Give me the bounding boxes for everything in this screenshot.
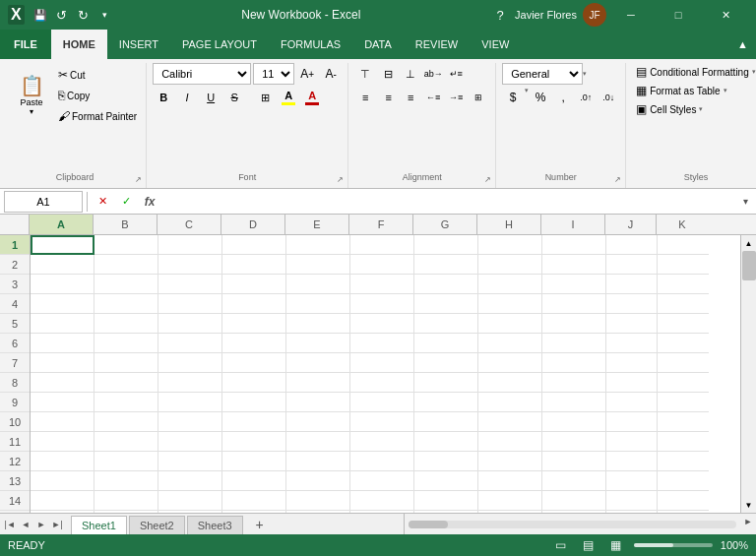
cell-B4[interactable] [94,294,158,314]
prev-sheet-button[interactable]: ◄ [18,517,33,532]
cell-F13[interactable] [350,471,414,491]
cell-B7[interactable] [94,353,158,373]
cell-D8[interactable] [222,373,286,393]
next-sheet-button[interactable]: ► [33,517,49,532]
cell-H13[interactable] [478,471,542,491]
cell-I15[interactable] [542,511,606,513]
format-painter-button[interactable]: 🖌 Format Painter [55,106,140,126]
cell-I6[interactable] [542,334,606,353]
cell-B6[interactable] [94,334,158,353]
cell-E9[interactable] [286,393,350,412]
cell-C2[interactable] [158,255,222,275]
cell-H4[interactable] [478,294,542,314]
cell-C1[interactable] [158,235,222,255]
cell-H2[interactable] [478,255,542,275]
row-num-3[interactable]: 3 [0,275,30,294]
cell-K3[interactable] [658,275,709,294]
cell-I7[interactable] [542,353,606,373]
cell-D12[interactable] [222,452,286,471]
cell-H6[interactable] [478,334,542,353]
cell-G5[interactable] [414,314,478,334]
tab-page-layout[interactable]: PAGE LAYOUT [170,30,269,59]
row-num-9[interactable]: 9 [0,393,30,412]
cell-B12[interactable] [94,452,158,471]
cell-A6[interactable] [31,334,94,353]
h-scroll-thumb[interactable] [409,521,448,528]
sheet-tab-1[interactable]: Sheet1 [71,516,127,534]
cell-I5[interactable] [542,314,606,334]
cell-G2[interactable] [414,255,478,275]
row-num-1[interactable]: 1 [0,235,30,255]
cell-K9[interactable] [658,393,709,412]
cell-K6[interactable] [658,334,709,353]
row-num-5[interactable]: 5 [0,314,30,334]
comma-button[interactable]: , [552,87,574,108]
cell-E14[interactable] [286,491,350,511]
increase-decimal-button[interactable]: .0↑ [575,87,597,108]
cell-I1[interactable] [542,235,606,255]
cell-J2[interactable] [606,255,658,275]
first-sheet-button[interactable]: |◄ [2,517,18,532]
paste-button[interactable]: 📋 Paste ▾ [10,65,53,126]
row-num-7[interactable]: 7 [0,353,30,373]
cell-I14[interactable] [542,491,606,511]
tab-view[interactable]: VIEW [470,30,521,59]
last-sheet-button[interactable]: ►| [49,517,65,532]
row-num-11[interactable]: 11 [0,432,30,452]
cell-F14[interactable] [350,491,414,511]
cell-B10[interactable] [94,412,158,432]
sheet-tab-3[interactable]: Sheet3 [187,516,243,534]
sheet-tab-2[interactable]: Sheet2 [129,516,185,534]
cell-H11[interactable] [478,432,542,452]
cell-D2[interactable] [222,255,286,275]
col-header-B[interactable]: B [94,215,158,234]
cell-A7[interactable] [31,353,94,373]
cell-G9[interactable] [414,393,478,412]
cell-A5[interactable] [31,314,94,334]
cell-E5[interactable] [286,314,350,334]
cell-A10[interactable] [31,412,94,432]
number-format-select[interactable]: General [502,63,583,85]
cell-I12[interactable] [542,452,606,471]
scroll-down-button[interactable]: ▼ [741,497,756,513]
currency-arrow[interactable]: ▾ [525,87,529,108]
cell-F10[interactable] [350,412,414,432]
col-header-F[interactable]: F [349,215,413,234]
conditional-formatting-button[interactable]: ▤ Conditional Formatting ▾ [632,63,756,81]
cell-F1[interactable] [350,235,414,255]
cell-D14[interactable] [222,491,286,511]
cell-J3[interactable] [606,275,658,294]
borders-button[interactable]: ⊞ [254,87,276,108]
cell-I10[interactable] [542,412,606,432]
cell-J14[interactable] [606,491,658,511]
cell-K5[interactable] [658,314,709,334]
cell-F5[interactable] [350,314,414,334]
align-bottom-button[interactable]: ⊥ [400,63,421,85]
cell-C12[interactable] [158,452,222,471]
cell-C9[interactable] [158,393,222,412]
col-header-E[interactable]: E [285,215,349,234]
cell-D4[interactable] [222,294,286,314]
cell-C5[interactable] [158,314,222,334]
cell-J12[interactable] [606,452,658,471]
row-num-14[interactable]: 14 [0,491,30,511]
cell-J15[interactable] [606,511,658,513]
cell-H8[interactable] [478,373,542,393]
cell-I2[interactable] [542,255,606,275]
ribbon-collapse-button[interactable]: ▲ [737,30,756,59]
row-num-8[interactable]: 8 [0,373,30,393]
formula-expand-button[interactable]: ▾ [739,196,752,207]
cell-G14[interactable] [414,491,478,511]
cell-B14[interactable] [94,491,158,511]
decrease-indent-button[interactable]: ←≡ [422,87,444,108]
wrap-text-button[interactable]: ↵≡ [445,63,467,85]
cell-F15[interactable] [350,511,414,513]
tab-home[interactable]: HOME [51,30,107,59]
cell-G10[interactable] [414,412,478,432]
cell-G13[interactable] [414,471,478,491]
cell-A14[interactable] [31,491,94,511]
align-left-button[interactable]: ≡ [354,87,376,108]
cell-B2[interactable] [94,255,158,275]
cell-C10[interactable] [158,412,222,432]
row-num-6[interactable]: 6 [0,334,30,353]
